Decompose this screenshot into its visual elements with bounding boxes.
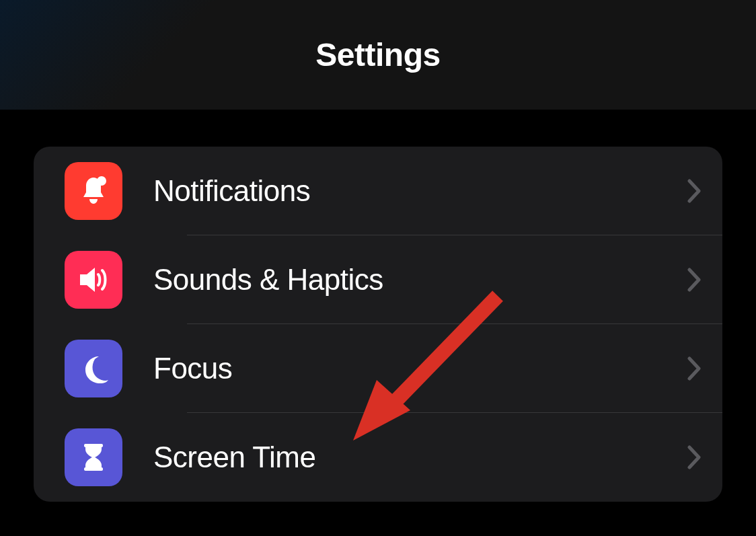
page-title: Settings [315,36,440,73]
screen-time-icon [65,428,122,486]
settings-content: Notifications Sounds & Haptics [0,110,756,502]
sounds-icon [65,251,122,309]
chevron-right-icon [687,179,702,203]
settings-row-sounds[interactable]: Sounds & Haptics [34,235,722,324]
settings-row-focus[interactable]: Focus [34,324,722,413]
svg-point-0 [97,176,106,186]
notifications-icon [65,162,122,220]
settings-row-screen-time[interactable]: Screen Time [34,413,722,502]
row-label: Notifications [153,174,674,208]
svg-rect-1 [84,444,103,447]
settings-group: Notifications Sounds & Haptics [34,147,722,502]
row-label: Screen Time [153,441,674,474]
row-label: Focus [153,352,674,385]
row-label: Sounds & Haptics [153,263,674,297]
chevron-right-icon [687,268,702,292]
focus-icon [65,340,122,397]
chevron-right-icon [687,356,702,381]
settings-row-notifications[interactable]: Notifications [34,147,722,235]
svg-rect-2 [84,467,103,471]
chevron-right-icon [687,445,702,469]
header: Settings [0,0,756,110]
